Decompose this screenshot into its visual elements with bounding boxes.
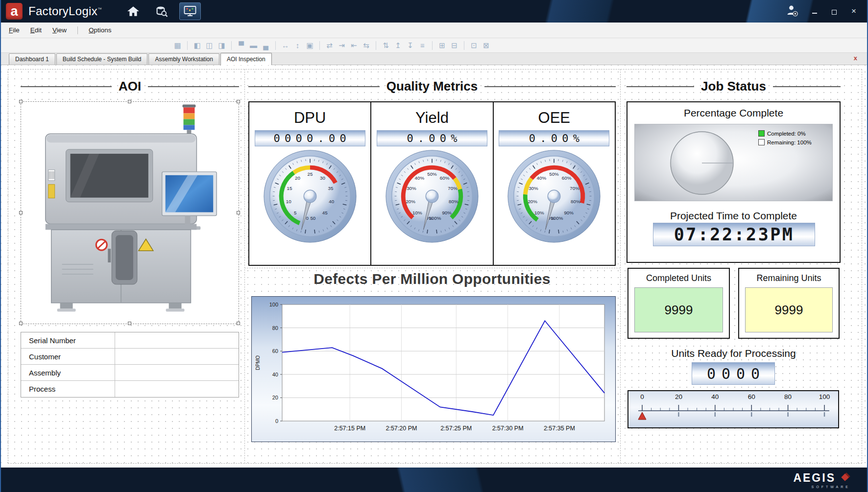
tab-strip-close-icon[interactable]: x [854, 54, 857, 62]
dashboard-canvas: AOI [1, 65, 867, 468]
minimize-button[interactable] [809, 7, 820, 16]
trademark: ™ [97, 7, 102, 12]
svg-text:100%: 100% [429, 215, 441, 221]
gauge-panel-oee: OEE 0.00% 0%10%20%30%40%50%60%70%80%90%1… [493, 102, 615, 265]
selection-handle[interactable] [19, 211, 23, 214]
center-vertically-icon[interactable]: ⊟ [448, 41, 460, 50]
job-status-panel: Percentage Complete Completed: 0% Remain… [627, 101, 841, 263]
percentage-complete-title: Percentage Complete [627, 107, 840, 119]
menu-item-file[interactable]: File [9, 26, 20, 34]
gauge-dial: 0%10%20%30%40%50%60%70%80%90%100% [506, 148, 602, 244]
selection-handle[interactable] [237, 100, 240, 103]
aegis-diamond-icon [840, 472, 850, 483]
svg-text:40: 40 [711, 393, 719, 400]
field-value[interactable] [115, 381, 239, 397]
selection-handle[interactable] [128, 100, 131, 103]
v-spacing-decrease-icon[interactable]: ↧ [404, 41, 416, 50]
legend-item: Remaining: 100% [758, 139, 812, 145]
svg-text:60: 60 [272, 348, 278, 354]
app-logo: a [6, 3, 23, 20]
h-spacing-increase-icon[interactable]: ⇥ [336, 41, 348, 50]
aoi-image-panel[interactable] [21, 101, 239, 324]
svg-text:80: 80 [784, 393, 792, 400]
svg-text:80%: 80% [449, 199, 458, 204]
units-ready-ruler-gauge: 020406080100 [627, 390, 839, 428]
align-lefts-icon[interactable]: ◧ [191, 41, 203, 50]
v-spacing-increase-icon[interactable]: ↥ [392, 41, 404, 50]
job-status-section-title: Job Status [627, 79, 841, 94]
menu-item-edit[interactable]: Edit [30, 26, 42, 34]
align-tops-icon[interactable]: ▀ [235, 41, 247, 49]
field-value[interactable] [115, 349, 239, 364]
legend-swatch [758, 139, 765, 145]
make-same-width-icon[interactable]: ↔ [279, 41, 291, 49]
tab-aoi-inspection[interactable]: AOI Inspection [220, 53, 272, 65]
close-button[interactable]: × [848, 7, 859, 16]
h-spacing-make-equal-icon[interactable]: ⇄ [323, 41, 336, 50]
svg-text:80: 80 [272, 325, 278, 331]
ruler-scale: 020406080100 [628, 391, 836, 426]
legend-swatch [758, 130, 765, 137]
selection-handle[interactable] [19, 322, 23, 325]
field-value[interactable] [115, 332, 239, 348]
selection-handle[interactable] [128, 322, 131, 325]
selection-handle[interactable] [19, 100, 23, 103]
svg-text:0: 0 [306, 215, 309, 221]
user-status-icon[interactable] [785, 4, 798, 19]
send-to-back-icon[interactable]: ⊠ [480, 41, 492, 50]
center-horizontally-icon[interactable]: ⊞ [436, 41, 448, 50]
menu-item-view[interactable]: View [52, 26, 67, 34]
selection-handle[interactable] [237, 211, 240, 214]
pie-legend: Completed: 0% Remaining: 100% [758, 130, 812, 145]
v-spacing-remove-icon[interactable]: ≡ [416, 41, 429, 49]
design-guide-vertical [244, 69, 245, 464]
maximize-button[interactable] [829, 7, 840, 16]
table-row: Serial Number [21, 332, 239, 349]
app-title: FactoryLogix™ [28, 4, 102, 18]
data-search-icon[interactable] [151, 2, 172, 20]
make-same-height-icon[interactable]: ↕ [291, 41, 304, 49]
tab-assembly-workstation[interactable]: Assembly Workstation [148, 53, 219, 65]
svg-text:20: 20 [675, 393, 682, 400]
align-rights-icon[interactable]: ◨ [216, 41, 228, 50]
svg-text:2:57:20 PM: 2:57:20 PM [386, 425, 417, 432]
size-to-grid-icon[interactable]: ▦ [171, 41, 184, 50]
svg-text:10: 10 [286, 199, 291, 204]
aoi-section-title: AOI [21, 79, 239, 94]
table-row: Assembly [21, 365, 239, 381]
aegis-brand: AEGIS SOFTWARE [793, 471, 850, 489]
align-middles-icon[interactable]: ▬ [247, 41, 260, 49]
svg-text:30%: 30% [407, 186, 416, 191]
align-bottoms-icon[interactable]: ▄ [260, 41, 272, 49]
menu-item-options[interactable]: Options [89, 26, 112, 34]
toolbar-separator [319, 41, 320, 50]
titlebar-nav [122, 2, 201, 20]
selection-handle[interactable] [237, 322, 240, 325]
make-same-size-icon[interactable]: ▣ [304, 41, 316, 50]
home-icon[interactable] [122, 2, 144, 20]
tab-build-schedule-system-build[interactable]: Build Schedule - System Build [56, 53, 148, 65]
field-label: Customer [21, 349, 115, 364]
align-centers-icon[interactable]: ◫ [203, 41, 216, 50]
aoi-info-table: Serial NumberCustomerAssemblyProcess [21, 332, 239, 398]
field-value[interactable] [115, 365, 239, 380]
h-spacing-remove-icon[interactable]: ⇆ [360, 41, 372, 50]
dashboard-designer-icon[interactable] [179, 2, 201, 20]
gauge-dial: 0%10%20%30%40%50%60%70%80%90%100% [384, 148, 480, 244]
svg-text:2:57:25 PM: 2:57:25 PM [440, 425, 472, 432]
dpmo-chart-panel[interactable]: 2:57:15 PM2:57:20 PM2:57:25 PM2:57:30 PM… [251, 296, 616, 442]
tab-dashboard-1[interactable]: Dashboard 1 [9, 53, 55, 65]
tab-strip: Dashboard 1Build Schedule - System Build… [1, 53, 867, 65]
units-ready-title: Units Ready for Processing [627, 348, 841, 359]
svg-text:20: 20 [272, 395, 278, 400]
toolbar: ▦◧◫◨▀▬▄↔↕▣⇄⇥⇤⇆⇅↥↧≡⊞⊟⊡⊠ [1, 38, 867, 53]
field-label: Process [21, 381, 115, 397]
percentage-pie-chart [665, 126, 739, 200]
gauges-row: DPU 0000.00 05101520253035404550Yield 0.… [248, 101, 616, 266]
footer-bar: AEGIS SOFTWARE [1, 468, 867, 492]
h-spacing-decrease-icon[interactable]: ⇤ [348, 41, 360, 50]
toolbar-separator [231, 41, 232, 50]
svg-text:20%: 20% [528, 199, 538, 204]
v-spacing-make-equal-icon[interactable]: ⇅ [380, 41, 392, 50]
bring-to-front-icon[interactable]: ⊡ [468, 41, 480, 50]
